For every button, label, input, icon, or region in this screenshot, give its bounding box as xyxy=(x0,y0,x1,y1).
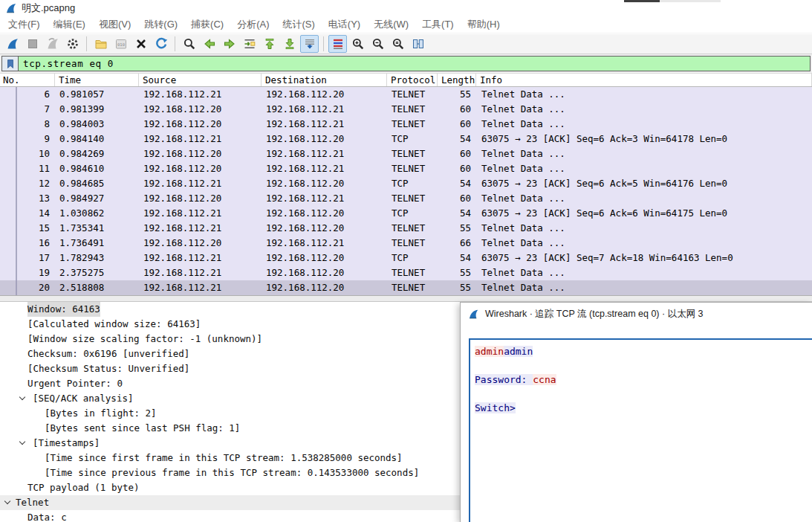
packet-cell-length: 54 xyxy=(438,251,476,265)
packet-row[interactable]: 171.782943192.168.112.21192.168.112.20TC… xyxy=(0,251,812,265)
packet-row[interactable]: 161.736491192.168.112.20192.168.112.21TE… xyxy=(0,236,812,251)
menu-item-help[interactable]: 帮助(H) xyxy=(461,16,507,33)
packet-row[interactable]: 70.981399192.168.112.20192.168.112.21TEL… xyxy=(0,102,812,117)
column-header-time[interactable]: Time xyxy=(55,74,139,86)
packet-cell-destination: 192.168.112.20 xyxy=(262,206,387,221)
packet-row[interactable]: 60.981057192.168.112.21192.168.112.20TEL… xyxy=(0,87,812,102)
packet-cell-source: 192.168.112.20 xyxy=(139,236,262,251)
first-packet-icon[interactable] xyxy=(260,35,279,53)
wireshark-logo-icon xyxy=(468,309,479,320)
packet-row[interactable]: 100.984269192.168.112.20192.168.112.21TE… xyxy=(0,146,812,161)
detail-text: [Timestamps] xyxy=(33,436,100,451)
zoom-reset-icon[interactable] xyxy=(389,35,407,53)
display-filter-field[interactable]: tcp.stream eq 0 xyxy=(1,56,811,71)
filter-bar: tcp.stream eq 0 xyxy=(0,54,812,73)
menu-item-tools[interactable]: 工具(T) xyxy=(415,16,461,33)
stream-segment-server: admin xyxy=(504,346,533,357)
packet-cell-info: Telnet Data ... xyxy=(476,87,812,102)
packet-cell-time: 2.375275 xyxy=(55,265,139,280)
detail-text: [Calculated window size: 64163] xyxy=(27,317,201,332)
packet-cell-source: 192.168.112.20 xyxy=(139,117,262,132)
capture-options-icon[interactable] xyxy=(63,35,82,53)
previous-packet-icon[interactable] xyxy=(200,35,218,53)
packet-row[interactable]: 130.984927192.168.112.20192.168.112.21TE… xyxy=(0,191,812,206)
bookmark-icon xyxy=(5,59,16,69)
packet-cell-source: 192.168.112.21 xyxy=(139,176,262,191)
column-header-source[interactable]: Source xyxy=(139,74,262,86)
packet-cell-source: 192.168.112.20 xyxy=(139,102,262,117)
menu-item-file[interactable]: 文件(F) xyxy=(1,16,47,33)
packet-cell-length: 60 xyxy=(438,161,476,176)
menu-item-edit[interactable]: 编辑(E) xyxy=(47,16,92,33)
menu-item-analyze[interactable]: 分析(A) xyxy=(230,16,276,33)
packet-cell-length: 55 xyxy=(438,265,476,280)
packet-row[interactable]: 192.375275192.168.112.21192.168.112.20TE… xyxy=(0,265,812,280)
column-header-destination[interactable]: Destination xyxy=(262,74,387,86)
menu-item-statistics[interactable]: 统计(S) xyxy=(276,16,321,33)
packet-row[interactable]: 120.984685192.168.112.21192.168.112.20TC… xyxy=(0,176,812,191)
packet-cell-time: 0.984269 xyxy=(55,146,139,161)
packet-list-header[interactable]: No.TimeSourceDestinationProtocolLengthIn… xyxy=(0,73,812,87)
menu-item-telephony[interactable]: 电话(Y) xyxy=(322,16,367,33)
expand-chevron-icon[interactable] xyxy=(19,394,25,400)
filter-bookmark-button[interactable] xyxy=(2,57,19,71)
packet-row[interactable]: 90.984140192.168.112.21192.168.112.20TCP… xyxy=(0,132,812,146)
packet-cell-no: 16 xyxy=(0,236,55,251)
stream-content-area[interactable]: adminadmin Password: ccna Switch> xyxy=(469,338,812,522)
zoom-out-icon[interactable] xyxy=(368,35,387,53)
next-packet-icon[interactable] xyxy=(220,35,238,53)
svg-text:010: 010 xyxy=(117,42,125,47)
packet-cell-protocol: TELNET xyxy=(387,161,438,176)
expand-chevron-icon[interactable] xyxy=(19,439,25,445)
dialog-title-bar[interactable]: Wireshark · 追踪 TCP 流 (tcp.stream eq 0) ·… xyxy=(461,303,812,326)
display-filter-input[interactable]: tcp.stream eq 0 xyxy=(19,57,810,71)
packet-cell-protocol: TELNET xyxy=(387,102,438,117)
packet-cell-info: Telnet Data ... xyxy=(476,102,812,117)
packet-cell-length: 55 xyxy=(438,87,476,102)
wireshark-logo-icon xyxy=(5,2,17,14)
restart-capture-icon xyxy=(43,35,62,53)
column-header-protocol[interactable]: Protocol xyxy=(387,74,438,86)
start-capture-icon[interactable] xyxy=(3,35,22,53)
resize-columns-icon[interactable] xyxy=(409,35,427,53)
menu-item-view[interactable]: 视图(V) xyxy=(92,16,137,33)
packet-cell-source: 192.168.112.20 xyxy=(139,161,262,176)
packet-cell-length: 55 xyxy=(438,280,476,295)
main-toolbar: 010 xyxy=(0,34,812,54)
packet-cell-no: 17 xyxy=(0,251,55,265)
reload-icon[interactable] xyxy=(152,35,170,53)
zoom-in-icon[interactable] xyxy=(348,35,367,53)
packet-cell-length: 60 xyxy=(438,146,476,161)
wireshark-main-window: 明文.pcapng 文件(F)编辑(E)视图(V)跳转(G)捕获(C)分析(A)… xyxy=(0,0,812,522)
auto-scroll-icon[interactable] xyxy=(300,35,319,53)
find-packet-icon[interactable] xyxy=(180,35,198,53)
packet-cell-info: 63075 → 23 [ACK] Seq=6 Ack=3 Win=64178 L… xyxy=(476,132,812,146)
close-file-icon[interactable] xyxy=(131,35,150,53)
packet-row[interactable]: 151.735341192.168.112.21192.168.112.20TE… xyxy=(0,221,812,236)
menu-item-capture[interactable]: 捕获(C) xyxy=(184,16,230,33)
packet-cell-length: 55 xyxy=(438,221,476,236)
detail-text: [Time since previous frame in this TCP s… xyxy=(45,465,419,480)
column-header-no[interactable]: No. xyxy=(0,74,55,86)
expand-chevron-icon[interactable] xyxy=(4,498,10,504)
packet-cell-length: 54 xyxy=(438,132,476,146)
pane-splitter[interactable] xyxy=(0,295,812,302)
packet-row[interactable]: 80.984003192.168.112.20192.168.112.21TEL… xyxy=(0,117,812,132)
colorize-icon[interactable] xyxy=(328,35,347,53)
column-header-length[interactable]: Length xyxy=(438,74,476,86)
packet-cell-source: 192.168.112.21 xyxy=(139,251,262,265)
packet-cell-no: 13 xyxy=(0,191,55,206)
menu-item-go[interactable]: 跳转(G) xyxy=(137,16,184,33)
packet-row[interactable]: 110.984610192.168.112.20192.168.112.21TE… xyxy=(0,161,812,176)
menu-item-wireless[interactable]: 无线(W) xyxy=(367,16,415,33)
column-header-info[interactable]: Info xyxy=(476,74,812,86)
detail-text: Telnet xyxy=(16,495,49,510)
detail-text: [Bytes in flight: 2] xyxy=(45,406,157,421)
packet-cell-protocol: TCP xyxy=(387,251,438,265)
packet-cell-info: 63075 → 23 [ACK] Seq=6 Ack=6 Win=64175 L… xyxy=(476,206,812,221)
packet-row[interactable]: 202.518808192.168.112.21192.168.112.20TE… xyxy=(0,280,812,295)
go-to-packet-icon[interactable] xyxy=(240,35,259,53)
packet-row[interactable]: 141.030862192.168.112.21192.168.112.20TC… xyxy=(0,206,812,221)
last-packet-icon[interactable] xyxy=(280,35,299,53)
open-file-icon[interactable] xyxy=(91,35,110,53)
